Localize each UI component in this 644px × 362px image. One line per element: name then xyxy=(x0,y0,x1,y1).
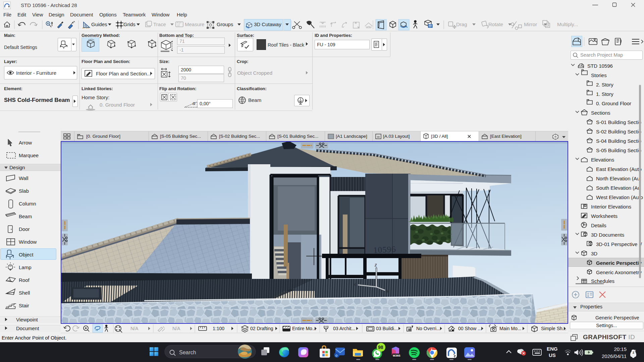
svg-text:10596: 10596 xyxy=(373,244,396,254)
svg-text:Search: Search xyxy=(179,350,196,355)
svg-text:z: z xyxy=(374,261,377,268)
svg-text:y: y xyxy=(386,287,389,294)
svg-text:Z: Z xyxy=(634,349,636,352)
svg-text:o: o xyxy=(335,353,337,357)
svg-text:ENG: ENG xyxy=(547,346,558,352)
svg-text:12: 12 xyxy=(177,24,180,26)
svg-text:x: x xyxy=(353,281,356,287)
svg-text:98: 98 xyxy=(378,345,383,350)
svg-text:US: US xyxy=(549,352,556,358)
svg-text:M365: M365 xyxy=(393,354,400,357)
